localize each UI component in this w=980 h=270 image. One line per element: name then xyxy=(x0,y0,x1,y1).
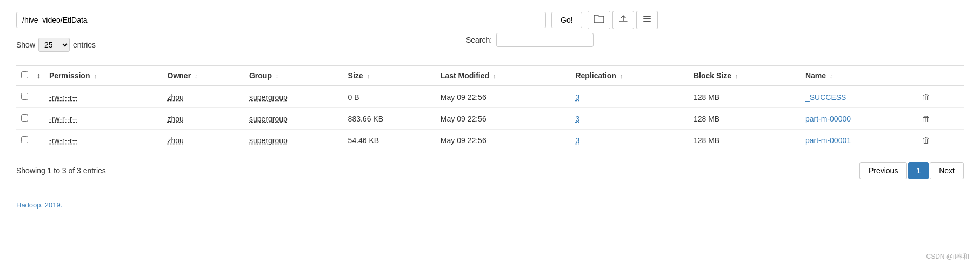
svg-rect-1 xyxy=(643,18,651,19)
permission-value-1: -rw-r--r-- xyxy=(49,114,77,123)
upload-icon xyxy=(618,14,628,26)
file-table: ↕ Permission ↕ Owner ↕ Group ↕ Size ↕ La… xyxy=(16,65,964,151)
search-label: Search: xyxy=(466,36,492,44)
entries-label: entries xyxy=(73,40,96,49)
search-input[interactable] xyxy=(496,33,594,47)
row-owner-0: zhou xyxy=(163,86,245,108)
group-value-1: supergroup xyxy=(249,114,288,123)
row-block-size-1: 128 MB xyxy=(689,108,801,130)
owner-value-2: zhou xyxy=(168,136,184,145)
row-block-size-0: 128 MB xyxy=(689,86,801,108)
row-delete-2: 🗑 xyxy=(915,130,964,151)
last-modified-header-label: Last Modified xyxy=(441,71,489,80)
owner-value-1: zhou xyxy=(168,114,184,123)
go-button[interactable]: Go! xyxy=(551,12,582,28)
row-index-1 xyxy=(32,108,45,130)
folder-icon xyxy=(594,14,604,26)
row-replication-1: 3 xyxy=(571,108,689,130)
list-icon-button[interactable] xyxy=(636,11,658,29)
row-replication-0: 3 xyxy=(571,86,689,108)
row-group-2: supergroup xyxy=(245,130,344,151)
row-checkbox-0[interactable] xyxy=(21,93,28,100)
row-checkbox-cell xyxy=(16,86,32,108)
path-bar: Go! xyxy=(16,11,964,29)
row-checkbox-cell xyxy=(16,108,32,130)
row-replication-2: 3 xyxy=(571,130,689,151)
row-name-1: part-m-00000 xyxy=(801,108,915,130)
row-permission-1: -rw-r--r-- xyxy=(45,108,163,130)
name-link-2[interactable]: part-m-00001 xyxy=(805,136,851,145)
table-row: -rw-r--r-- zhou supergroup 883.66 KB May… xyxy=(16,108,964,130)
footer-row: Showing 1 to 3 of 3 entries Previous 1 N… xyxy=(16,159,964,179)
previous-button[interactable]: Previous xyxy=(859,162,907,179)
name-link-0[interactable]: _SUCCESS xyxy=(805,93,846,102)
row-owner-1: zhou xyxy=(163,108,245,130)
select-all-header xyxy=(16,65,32,86)
row-group-0: supergroup xyxy=(245,86,344,108)
size-header-label: Size xyxy=(348,71,363,80)
permission-header[interactable]: Permission ↕ xyxy=(45,65,163,86)
row-checkbox-2[interactable] xyxy=(21,136,28,143)
delete-button-1[interactable]: 🗑 xyxy=(919,113,934,124)
row-size-0: 0 B xyxy=(344,86,436,108)
group-header[interactable]: Group ↕ xyxy=(245,65,344,86)
sort-icon-header[interactable]: ↕ xyxy=(32,65,45,86)
replication-header[interactable]: Replication ↕ xyxy=(571,65,689,86)
row-last-modified-2: May 09 22:56 xyxy=(436,130,571,151)
folder-icon-button[interactable] xyxy=(588,11,610,29)
row-block-size-2: 128 MB xyxy=(689,130,801,151)
name-sort-icon: ↕ xyxy=(830,73,833,79)
table-row: -rw-r--r-- zhou supergroup 0 B May 09 22… xyxy=(16,86,964,108)
row-permission-2: -rw-r--r-- xyxy=(45,130,163,151)
footer-text: Hadoop, 2019. xyxy=(16,201,62,209)
replication-value-2[interactable]: 3 xyxy=(575,136,579,145)
row-permission-0: -rw-r--r-- xyxy=(45,86,163,108)
row-checkbox-1[interactable] xyxy=(21,114,28,122)
permission-header-label: Permission xyxy=(49,71,90,80)
upload-icon-button[interactable] xyxy=(612,11,634,29)
row-last-modified-0: May 09 22:56 xyxy=(436,86,571,108)
delete-button-0[interactable]: 🗑 xyxy=(919,91,934,103)
table-row: -rw-r--r-- zhou supergroup 54.46 KB May … xyxy=(16,130,964,151)
last-modified-header[interactable]: Last Modified ↕ xyxy=(436,65,571,86)
next-button[interactable]: Next xyxy=(930,162,964,179)
owner-sort-icon: ↕ xyxy=(195,73,198,79)
block-size-header[interactable]: Block Size ↕ xyxy=(689,65,801,86)
show-entries: Show 10 25 50 100 entries xyxy=(16,38,96,52)
table-controls: Show 10 25 50 100 entries Search: xyxy=(16,38,964,59)
row-last-modified-1: May 09 22:56 xyxy=(436,108,571,130)
row-name-0: _SUCCESS xyxy=(801,86,915,108)
row-checkbox-cell xyxy=(16,130,32,151)
actions-header xyxy=(915,65,964,86)
pagination: Previous 1 Next xyxy=(859,162,964,179)
name-header-label: Name xyxy=(805,71,826,80)
path-input[interactable] xyxy=(16,12,546,28)
row-size-2: 54.46 KB xyxy=(344,130,436,151)
list-icon xyxy=(642,14,652,26)
toolbar-icons xyxy=(588,11,658,29)
svg-rect-2 xyxy=(643,21,651,22)
name-header[interactable]: Name ↕ xyxy=(801,65,915,86)
delete-button-2[interactable]: 🗑 xyxy=(919,134,934,146)
current-page-number[interactable]: 1 xyxy=(908,162,929,179)
sort-icon: ↕ xyxy=(37,71,41,80)
select-all-checkbox[interactable] xyxy=(21,71,28,78)
table-header-row: ↕ Permission ↕ Owner ↕ Group ↕ Size ↕ La… xyxy=(16,65,964,86)
replication-sort-icon: ↕ xyxy=(620,73,623,79)
name-link-1[interactable]: part-m-00000 xyxy=(805,114,851,123)
block-size-sort-icon: ↕ xyxy=(735,73,738,79)
replication-value-0[interactable]: 3 xyxy=(575,93,579,102)
bottom-footer: Hadoop, 2019. xyxy=(16,201,964,209)
row-index-2 xyxy=(32,130,45,151)
row-group-1: supergroup xyxy=(245,108,344,130)
permission-sort-icon: ↕ xyxy=(94,73,97,79)
group-header-label: Group xyxy=(249,71,272,80)
size-header[interactable]: Size ↕ xyxy=(344,65,436,86)
replication-value-1[interactable]: 3 xyxy=(575,114,579,123)
svg-rect-0 xyxy=(643,16,651,17)
entries-select[interactable]: 10 25 50 100 xyxy=(38,38,70,52)
permission-value-2: -rw-r--r-- xyxy=(49,136,77,145)
block-size-header-label: Block Size xyxy=(694,71,731,80)
owner-header[interactable]: Owner ↕ xyxy=(163,65,245,86)
group-value-2: supergroup xyxy=(249,136,288,145)
